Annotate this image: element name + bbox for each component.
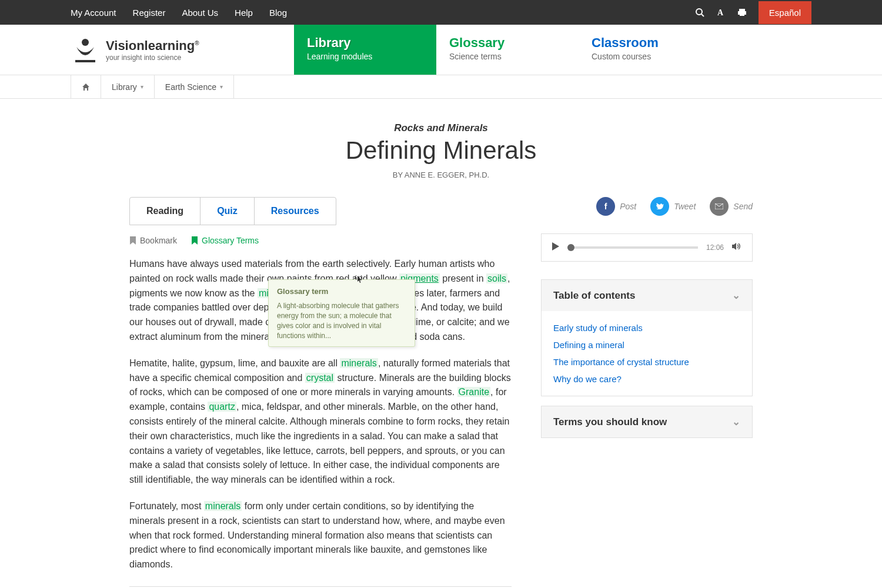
body-paragraph: Fortunately, most minerals form only und… (129, 499, 512, 572)
share-label: Tweet (674, 202, 696, 211)
nav-glossary[interactable]: Glossary Science terms (436, 25, 579, 75)
logo-icon (71, 35, 100, 65)
search-icon[interactable] (695, 8, 704, 17)
toc-title: Table of contents (553, 290, 635, 302)
nav-classroom[interactable]: Classroom Custom courses (579, 25, 721, 75)
topbar: My Account Register About Us Help Blog A… (0, 0, 882, 25)
svg-rect-3 (739, 9, 745, 11)
font-size-icon[interactable]: A (716, 8, 726, 17)
bookmark-label: Bookmark (140, 236, 177, 245)
main-nav: Visionlearning® your insight into scienc… (0, 25, 882, 75)
svg-line-1 (701, 14, 704, 16)
share-label: Post (620, 202, 636, 211)
home-icon (82, 83, 90, 91)
svg-point-0 (696, 9, 702, 15)
play-button[interactable] (552, 242, 559, 253)
toc-panel: Table of contents ⌄ Early study of miner… (541, 279, 753, 396)
crumb-earth-science[interactable]: Earth Science ▾ (155, 75, 234, 99)
cursor-icon (354, 275, 365, 285)
page-kicker: Rocks and Minerals (129, 122, 753, 134)
glossary-link-minerals[interactable]: minerals (340, 358, 377, 368)
share-label: Send (733, 202, 753, 211)
tooltip-body: A light-absorbing molecule that gathers … (277, 301, 406, 340)
chevron-down-icon: ⌄ (732, 416, 740, 428)
share-twitter[interactable]: Tweet (650, 197, 696, 216)
nav-subtitle: Science terms (449, 52, 566, 61)
divider (129, 586, 512, 587)
toc-item[interactable]: Why do we care? (553, 370, 740, 387)
twitter-icon (650, 197, 669, 216)
audio-progress[interactable] (567, 246, 698, 249)
tooltip-heading: Glossary term (277, 286, 406, 298)
tab-reading[interactable]: Reading (130, 198, 201, 225)
glossary-tooltip: Glossary term A light-absorbing molecule… (268, 279, 415, 347)
glossary-link-minerals[interactable]: minerals (204, 501, 242, 511)
page-title: Defining Minerals (129, 136, 753, 165)
toc-item[interactable]: The importance of crystal structure (553, 353, 740, 370)
chevron-down-icon: ⌄ (732, 289, 740, 302)
logo[interactable]: Visionlearning® your insight into scienc… (71, 25, 294, 75)
svg-text:A: A (717, 8, 724, 17)
nav-title: Classroom (592, 35, 708, 51)
terms-header[interactable]: Terms you should know ⌄ (542, 406, 752, 437)
facebook-icon: f (596, 197, 615, 216)
print-icon[interactable] (737, 8, 747, 17)
email-icon (710, 197, 729, 216)
nav-library[interactable]: Library Learning modules (294, 25, 436, 75)
glossary-link-crystal[interactable]: crystal (305, 373, 335, 383)
bookmark-button[interactable]: Bookmark (129, 236, 177, 245)
crumb-library[interactable]: Library ▾ (101, 75, 155, 99)
audio-duration: 12:06 (706, 243, 724, 252)
body-paragraph: Hematite, halite, gypsum, lime, and baux… (129, 356, 512, 487)
logo-text: Visionlearning® (106, 38, 199, 54)
nav-subtitle: Learning modules (307, 52, 423, 61)
chevron-down-icon: ▾ (141, 83, 143, 90)
topbar-links: My Account Register About Us Help Blog (71, 8, 287, 18)
glossary-link-soils[interactable]: soils (486, 273, 507, 283)
svg-rect-7 (75, 60, 95, 62)
toc-item[interactable]: Early study of minerals (553, 319, 740, 336)
topbar-right: A Español (695, 1, 811, 24)
svg-point-6 (82, 39, 89, 46)
share-facebook[interactable]: f Post (596, 197, 636, 216)
glossary-link-granite[interactable]: Granite (457, 387, 490, 397)
link-about-us[interactable]: About Us (182, 8, 218, 18)
glossary-icon (191, 236, 198, 245)
audio-player: 12:06 (541, 233, 753, 262)
nav-title: Library (307, 35, 423, 51)
breadcrumb: Library ▾ Earth Science ▾ (0, 75, 882, 99)
chevron-down-icon: ▾ (220, 83, 223, 90)
nav-subtitle: Custom courses (592, 52, 708, 61)
glossary-label: Glossary Terms (202, 236, 259, 245)
crumb-label: Library (112, 82, 137, 92)
play-icon (552, 242, 559, 250)
crumb-home[interactable] (71, 75, 101, 99)
toc-header[interactable]: Table of contents ⌄ (542, 280, 752, 311)
crumb-label: Earth Science (165, 82, 216, 92)
tab-resources[interactable]: Resources (255, 198, 336, 225)
page-byline: BY ANNE E. EGGER, PH.D. (129, 171, 753, 179)
bookmark-icon (129, 236, 136, 245)
volume-icon (732, 242, 741, 250)
share-email[interactable]: Send (710, 197, 753, 216)
svg-rect-5 (740, 14, 744, 16)
nav-title: Glossary (449, 35, 566, 51)
tab-quiz[interactable]: Quiz (201, 198, 255, 225)
glossary-terms-button[interactable]: Glossary Terms (191, 236, 259, 245)
terms-panel: Terms you should know ⌄ (541, 406, 753, 438)
logo-tagline: your insight into science (106, 54, 199, 62)
link-help[interactable]: Help (235, 8, 253, 18)
link-blog[interactable]: Blog (269, 8, 287, 18)
toc-item[interactable]: Defining a mineral (553, 336, 740, 353)
language-button[interactable]: Español (759, 1, 811, 24)
link-my-account[interactable]: My Account (71, 8, 116, 18)
volume-button[interactable] (732, 242, 741, 253)
content-tabs: Reading Quiz Resources (129, 197, 336, 225)
terms-title: Terms you should know (553, 416, 667, 428)
glossary-link-quartz[interactable]: quartz (208, 402, 236, 412)
link-register[interactable]: Register (133, 8, 166, 18)
